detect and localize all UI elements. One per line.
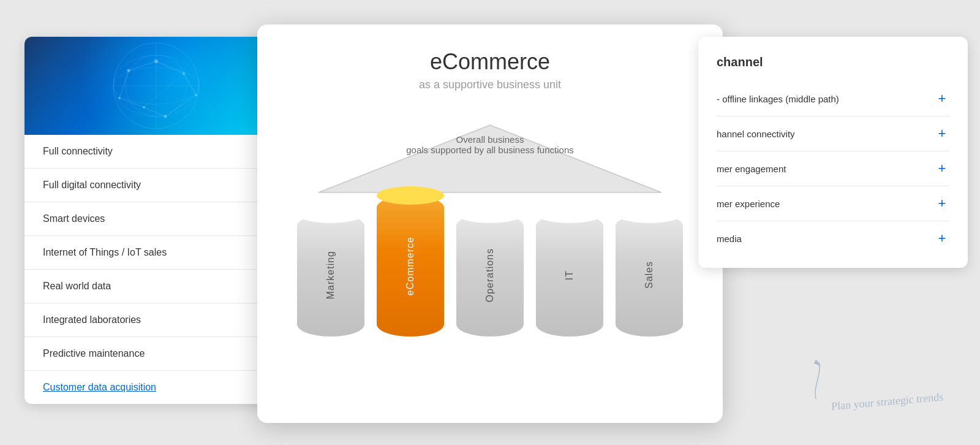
plus-icon-channel[interactable]: + [935, 126, 949, 141]
cylinder-it-body: IT [536, 214, 603, 337]
nav-item-predictive-maintenance[interactable]: Predictive maintenance [24, 337, 288, 371]
right-nav-media[interactable]: media + [717, 221, 949, 256]
right-nav-offline-linkages[interactable]: - offline linkages (middle path) + [717, 82, 949, 116]
cylinder-it-label: IT [564, 270, 575, 280]
nav-item-real-world-data[interactable]: Real world data [24, 270, 288, 303]
left-panel-nav: Full connectivity Full digital connectiv… [24, 135, 288, 404]
svg-line-15 [184, 74, 196, 95]
roof-container: Overall business goals supported by all … [282, 116, 698, 202]
svg-marker-22 [814, 359, 821, 366]
cylinder-ecommerce-label: eCommerce [405, 237, 416, 295]
cylinder-marketing-label: Marketing [325, 251, 336, 299]
cylinder-operations-label: Operations [484, 248, 496, 302]
plus-icon-engagement[interactable]: + [935, 161, 949, 176]
svg-line-17 [165, 95, 196, 116]
right-panel: channel - offline linkages (middle path)… [698, 37, 968, 268]
diagram-area: Overall business goals supported by all … [282, 116, 698, 398]
annotation-text: Plan your strategic trends [831, 390, 943, 413]
svg-line-20 [144, 74, 184, 107]
left-panel-header [24, 37, 288, 135]
cylinder-sales-body: Sales [616, 214, 683, 337]
right-nav-customer-engagement[interactable]: mer engagement + [717, 151, 949, 186]
nav-item-customer-data[interactable]: Customer data acquisition [24, 371, 288, 404]
cylinder-sales: Sales [616, 214, 683, 337]
cylinder-ecommerce-body: eCommerce [377, 196, 444, 337]
plus-icon-offline[interactable]: + [935, 91, 949, 106]
right-nav-channel-connectivity[interactable]: hannel connectivity + [717, 116, 949, 151]
cylinder-marketing: Marketing [297, 214, 364, 337]
left-panel: Full connectivity Full digital connectiv… [24, 37, 288, 404]
center-modal: eCommerce as a supportive business unit … [257, 25, 723, 423]
arrow-annotation: Plan your strategic trends [779, 356, 943, 408]
right-nav-customer-experience[interactable]: mer experience + [717, 186, 949, 221]
cylinder-marketing-body: Marketing [297, 214, 364, 337]
svg-line-16 [119, 70, 129, 98]
nav-item-iot-sales[interactable]: Internet of Things / IoT sales [24, 236, 288, 270]
cylinder-sales-label: Sales [644, 261, 655, 289]
nav-item-full-digital-connectivity[interactable]: Full digital connectivity [24, 169, 288, 202]
nav-item-full-connectivity[interactable]: Full connectivity [24, 135, 288, 169]
cylinder-ecommerce: eCommerce [377, 196, 444, 337]
plus-icon-media[interactable]: + [935, 231, 949, 246]
cylinder-operations: Operations [456, 214, 524, 337]
modal-subtitle: as a supportive business unit [419, 78, 561, 91]
modal-title: eCommerce [430, 49, 550, 75]
nav-item-smart-devices[interactable]: Smart devices [24, 202, 288, 236]
nav-item-integrated-laboratories[interactable]: Integrated laboratories [24, 303, 288, 337]
annotation-arrow-svg [779, 356, 828, 405]
roof-text: Overall business goals supported by all … [406, 134, 574, 155]
cylinder-it: IT [536, 214, 603, 337]
cylinder-operations-body: Operations [456, 214, 524, 337]
plus-icon-experience[interactable]: + [935, 196, 949, 211]
cylinders-row: Marketing eCommerce Operations IT [297, 196, 683, 337]
right-panel-title: channel [717, 55, 949, 69]
